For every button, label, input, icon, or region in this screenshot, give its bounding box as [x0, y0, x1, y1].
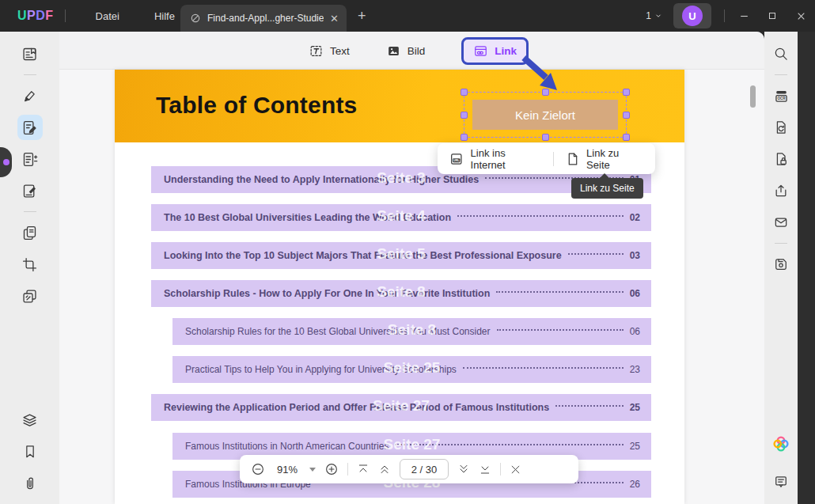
divider: [775, 243, 787, 244]
crop-icon: [21, 256, 38, 273]
image-tool-button[interactable]: Bild: [386, 44, 426, 59]
comment-tool-button[interactable]: [17, 83, 43, 108]
toc-entry-page: 03: [630, 250, 640, 261]
close-window-button[interactable]: [787, 0, 815, 32]
toc-entry-page: 06: [630, 326, 640, 337]
dot-leader: [457, 215, 624, 217]
document-tab[interactable]: Find-and-Appl...gher-Studies* ✕: [180, 5, 347, 32]
pdf-page: Table of Contents Kein Zielort Understan…: [115, 70, 684, 504]
minimize-button[interactable]: [730, 0, 758, 32]
resize-handle[interactable]: [542, 134, 549, 141]
image-tool-label: Bild: [408, 45, 426, 57]
toc-header-banner: Table of Contents Kein Zielort: [115, 70, 684, 142]
layers-icon: [21, 412, 38, 429]
link-zu-seite-option[interactable]: Link zu Seite: [554, 147, 656, 171]
divider: [724, 9, 725, 22]
pages-copy-icon: [21, 225, 38, 241]
dot-leader: [497, 329, 624, 331]
toc-entry[interactable]: Scholarship Rules - How to Apply For One…: [151, 280, 651, 307]
link-tool-icon: [473, 44, 488, 59]
text-tool-button[interactable]: Text: [309, 44, 350, 59]
last-page-button[interactable]: [479, 463, 491, 476]
resize-handle[interactable]: [461, 112, 468, 119]
resize-handle[interactable]: [623, 134, 630, 141]
toc-entry-page: 26: [630, 479, 640, 490]
view-only-icon: [190, 13, 201, 24]
toc-entry-text: Scholarship Rules for the 10 Best Global…: [185, 326, 491, 337]
zoom-in-button[interactable]: [324, 462, 339, 476]
lock-file-icon: [773, 151, 789, 167]
window-edge: [798, 32, 815, 504]
edit-page-icon: [21, 119, 38, 136]
window-count-dropdown[interactable]: 1: [646, 10, 662, 21]
resize-handle[interactable]: [461, 89, 468, 96]
protect-button[interactable]: [764, 146, 798, 172]
resize-handle[interactable]: [461, 134, 468, 141]
attachments-button[interactable]: [17, 471, 43, 496]
left-sidebar: [0, 32, 59, 504]
link-target-area[interactable]: Kein Zielort: [472, 100, 618, 130]
reader-icon: [21, 46, 38, 63]
convert-button[interactable]: [764, 114, 798, 141]
callout-arrow: [516, 55, 565, 95]
divider: [24, 211, 36, 212]
close-zoombar-button[interactable]: [510, 464, 521, 476]
crop-button[interactable]: [17, 252, 43, 277]
link-target-placeholder: Kein Zielort: [515, 108, 575, 122]
updf-window: UPDF Datei Hilfe Find-and-Appl...gher-St…: [0, 0, 815, 504]
tooltip: Link zu Seite: [571, 178, 643, 199]
new-tab-button[interactable]: +: [358, 8, 366, 24]
share-button[interactable]: [764, 177, 798, 204]
zoom-out-button[interactable]: [251, 462, 265, 476]
chevron-down-icon: [654, 12, 662, 20]
logo-letter: F: [45, 9, 53, 22]
email-button[interactable]: [764, 209, 798, 236]
toc-entry[interactable]: Reviewing the Application Period and Off…: [151, 394, 651, 421]
tooltip-label: Link zu Seite: [580, 183, 635, 194]
zoom-dropdown-icon[interactable]: [309, 468, 316, 472]
toc-entry-text: Looking Into the Top 10 Subject Majors T…: [164, 250, 562, 261]
link-ins-internet-option[interactable]: URL Link ins Internet: [438, 147, 553, 171]
ocr-button[interactable]: OCR: [764, 82, 798, 109]
logo-letter: D: [36, 9, 45, 22]
feedback-button[interactable]: [764, 468, 798, 495]
layers-button[interactable]: [17, 407, 43, 433]
resize-handle[interactable]: [623, 89, 630, 96]
search-button[interactable]: [764, 40, 798, 67]
save-button[interactable]: [764, 251, 798, 278]
toc-entry[interactable]: Practical Tips to Help You in Applying f…: [172, 356, 651, 383]
mail-icon: [773, 214, 789, 230]
ai-assistant-button[interactable]: [764, 430, 798, 457]
account-button[interactable]: U: [673, 3, 711, 28]
organize-pages-icon: [21, 151, 38, 168]
first-page-button[interactable]: [357, 463, 370, 476]
menu-datei[interactable]: Datei: [78, 0, 137, 32]
maximize-button[interactable]: [758, 0, 787, 32]
paperclip-icon: [22, 476, 38, 491]
page-number-input[interactable]: [400, 459, 449, 479]
bookmarks-button[interactable]: [17, 439, 43, 464]
notification-dot: [3, 159, 9, 165]
link-zu-seite-label: Link zu Seite: [586, 147, 644, 171]
fill-sign-button[interactable]: [17, 178, 43, 203]
page-tools-button[interactable]: [17, 220, 43, 245]
edit-pdf-button[interactable]: [17, 115, 43, 140]
vertical-scrollbar[interactable]: [750, 85, 756, 108]
tab-title: Find-and-Appl...gher-Studies*: [207, 13, 324, 24]
link-ins-internet-label: Link ins Internet: [471, 147, 542, 171]
logo-letter: P: [27, 9, 36, 22]
organize-pages-button[interactable]: [17, 146, 43, 172]
toc-entry-page: 06: [630, 288, 640, 299]
toc-entry[interactable]: The 10 Best Global Universities Leading …: [151, 204, 651, 231]
updf-logo: UPDF: [17, 9, 54, 23]
reader-mode-button[interactable]: [17, 41, 43, 66]
dot-leader: [395, 444, 623, 445]
text-tool-icon: [309, 44, 324, 59]
next-pages-button[interactable]: [457, 463, 470, 476]
toc-entry[interactable]: Looking Into the Top 10 Subject Majors T…: [151, 242, 651, 269]
batch-tools-button[interactable]: [17, 283, 43, 309]
tab-close-icon[interactable]: ✕: [330, 13, 339, 25]
resize-handle[interactable]: [623, 112, 630, 119]
previous-pages-button[interactable]: [378, 463, 391, 476]
toc-entry[interactable]: Scholarship Rules for the 10 Best Global…: [172, 318, 651, 345]
